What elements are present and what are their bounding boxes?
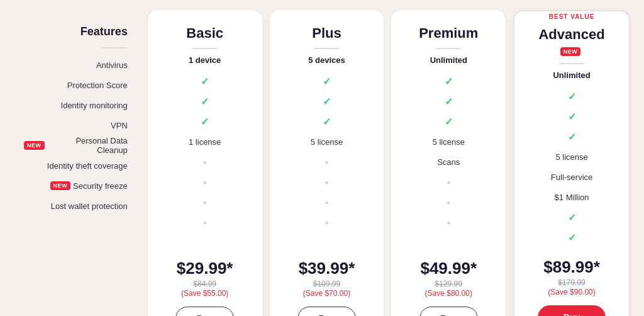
- check-icon: ✓: [568, 131, 576, 143]
- value-row-basic-3: 1 license: [158, 132, 252, 152]
- value-row-premium-1: ✓: [401, 91, 496, 111]
- price-main-advanced: $89.99*: [543, 257, 600, 277]
- plan-rows-advanced: ✓✓✓5 licenseFull-service$1 Million✓✓: [525, 86, 619, 247]
- value-row-advanced-7: ✓: [525, 227, 619, 247]
- price-section-advanced: $89.99*$179.99(Save $90.00): [543, 257, 600, 296]
- plan-new-badge: NEW: [560, 45, 584, 57]
- value-text-advanced-3: 5 license: [555, 152, 587, 162]
- value-row-plus-0: ✓: [280, 71, 374, 91]
- price-main-basic: $29.99*: [177, 259, 233, 278]
- check-icon: ✓: [568, 232, 576, 244]
- value-row-basic-7: ●: [158, 212, 252, 232]
- feature-label-security-freeze: Security freeze: [73, 181, 128, 191]
- dot-icon: ●: [325, 199, 328, 206]
- value-row-advanced-2: ✓: [525, 127, 619, 147]
- plan-col-plus: Plus5 devices✓✓✓5 license●●●●$39.99*$109…: [270, 10, 384, 316]
- feature-label-antivirus: Antivirus: [96, 60, 128, 70]
- value-row-advanced-1: ✓: [525, 106, 619, 127]
- plan-rows-premium: ✓✓✓5 licenseScans●●●: [401, 71, 496, 249]
- pricing-table: Features AntivirusProtection ScoreIdenti…: [10, 10, 634, 316]
- price-original-basic: $84.99: [177, 279, 233, 288]
- value-row-basic-4: ●: [158, 152, 252, 172]
- col-divider: [192, 48, 218, 49]
- check-icon: ✓: [568, 111, 576, 123]
- price-save-basic: (Save $55.00): [177, 289, 233, 298]
- value-row-plus-3: 5 license: [280, 132, 374, 152]
- check-icon: ✓: [323, 116, 331, 128]
- plan-col-basic: Basic1 device✓✓✓1 license●●●●$29.99*$84.…: [148, 10, 262, 316]
- price-save-premium: (Save $80.00): [420, 289, 477, 298]
- dot-icon: ●: [447, 179, 450, 186]
- check-icon: ✓: [568, 91, 576, 103]
- device-label-plus: 5 devices: [308, 55, 345, 65]
- best-value-badge: BEST VALUE: [549, 11, 595, 20]
- feature-label-lost-wallet: Lost wallet protection: [51, 201, 128, 211]
- value-row-premium-7: ●: [401, 212, 496, 232]
- value-text-advanced-4: Full-service: [551, 172, 592, 182]
- buy-button-plus[interactable]: Buy: [297, 307, 355, 316]
- check-icon: ✓: [201, 96, 209, 108]
- price-main-plus: $39.99*: [299, 259, 355, 278]
- feature-label-identity-theft-coverage: Identity theft coverage: [47, 161, 128, 171]
- value-text-basic-3: 1 license: [189, 137, 221, 147]
- device-label-advanced: Unlimited: [553, 71, 590, 80]
- feature-label-personal-data-cleanup: Personal Data Cleanup: [47, 136, 128, 155]
- dot-icon: ●: [325, 179, 328, 186]
- features-divider: [103, 47, 128, 48]
- price-main-premium: $49.99*: [420, 259, 477, 278]
- plan-title-basic: Basic: [186, 25, 223, 42]
- value-row-plus-6: ●: [280, 192, 374, 212]
- value-row-plus-7: ●: [280, 212, 374, 232]
- feature-label-protection-score: Protection Score: [67, 81, 128, 90]
- col-divider: [436, 48, 461, 49]
- value-row-premium-0: ✓: [401, 71, 496, 91]
- price-section-plus: $39.99*$109.99(Save $70.00): [299, 259, 355, 298]
- dot-icon: ●: [325, 159, 328, 166]
- feature-row-security-freeze: NEWSecurity freeze: [24, 176, 128, 196]
- dot-icon: ●: [203, 159, 207, 166]
- plan-rows-plus: ✓✓✓5 license●●●●: [280, 71, 374, 249]
- value-row-premium-4: Scans: [401, 152, 496, 172]
- price-original-advanced: $179.99: [543, 278, 600, 287]
- value-text-premium-4: Scans: [437, 157, 460, 167]
- dot-icon: ●: [325, 219, 328, 226]
- value-row-plus-5: ●: [280, 172, 374, 192]
- feature-row-identity-theft-coverage: Identity theft coverage: [24, 155, 128, 176]
- dot-icon: ●: [447, 219, 450, 226]
- feature-label-vpn: VPN: [111, 121, 128, 130]
- check-icon: ✓: [445, 96, 453, 108]
- feature-row-antivirus: Antivirus: [24, 55, 128, 75]
- features-rows: AntivirusProtection ScoreIdentity monito…: [24, 55, 128, 316]
- dot-icon: ●: [447, 199, 450, 206]
- buy-button-advanced[interactable]: Buy: [538, 305, 606, 316]
- value-row-premium-5: ●: [401, 172, 496, 192]
- value-row-advanced-3: 5 license: [525, 147, 619, 167]
- price-original-premium: $129.99: [420, 279, 477, 288]
- plan-col-premium: PremiumUnlimited✓✓✓5 licenseScans●●●$49.…: [391, 10, 506, 316]
- price-original-plus: $109.99: [299, 279, 355, 288]
- price-save-plus: (Save $70.00): [299, 289, 355, 298]
- value-row-advanced-0: ✓: [525, 86, 619, 106]
- value-row-premium-3: 5 license: [401, 132, 496, 152]
- plan-rows-basic: ✓✓✓1 license●●●●: [158, 71, 252, 249]
- price-section-basic: $29.99*$84.99(Save $55.00): [177, 259, 233, 298]
- value-row-advanced-4: Full-service: [525, 167, 619, 187]
- new-badge-label: NEW: [560, 47, 581, 56]
- value-row-basic-6: ●: [158, 192, 252, 212]
- new-badge: NEW: [50, 181, 71, 190]
- plan-title-advanced: Advanced: [538, 26, 604, 43]
- value-row-premium-2: ✓: [401, 111, 496, 132]
- feature-row-lost-wallet: Lost wallet protection: [24, 196, 128, 216]
- dot-icon: ●: [203, 219, 207, 226]
- value-row-basic-2: ✓: [158, 111, 252, 132]
- check-icon: ✓: [201, 76, 209, 87]
- check-icon: ✓: [201, 116, 209, 128]
- price-save-advanced: (Save $90.00): [543, 288, 600, 296]
- plan-title-plus: Plus: [312, 25, 341, 42]
- buy-button-premium[interactable]: Buy: [419, 307, 477, 316]
- device-label-premium: Unlimited: [430, 55, 467, 65]
- buy-button-basic[interactable]: Buy: [175, 307, 233, 316]
- features-column: Features AntivirusProtection ScoreIdenti…: [14, 10, 140, 316]
- check-icon: ✓: [568, 212, 576, 223]
- new-badge: NEW: [24, 141, 45, 150]
